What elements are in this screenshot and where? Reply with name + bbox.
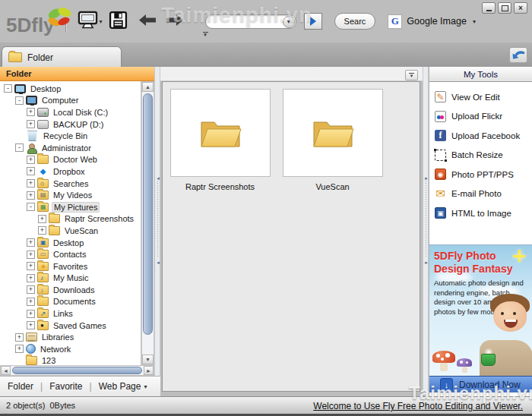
tree-item[interactable]: -Desktop	[0, 83, 141, 95]
tree-expander[interactable]: +	[27, 238, 35, 247]
tree-item-label[interactable]: 123	[40, 356, 57, 365]
tree-item[interactable]: +▤My Videos	[0, 189, 141, 201]
content-area[interactable]: Raptr ScreenshotsVueScan	[162, 81, 420, 392]
tree-item-label[interactable]: Desktop	[29, 84, 62, 93]
tree-item[interactable]: +★Favorites	[0, 260, 141, 273]
tree-item[interactable]: +▭Contacts	[0, 248, 141, 260]
minimize-button[interactable]	[482, 2, 496, 14]
tree-expander[interactable]: +	[27, 285, 35, 294]
tab-folder[interactable]: Folder	[2, 46, 122, 68]
view-mode-button[interactable]: ▾	[78, 11, 103, 33]
tool-item-html-image[interactable]: ▣HTML to Image	[435, 203, 532, 223]
back-button[interactable]	[138, 14, 157, 30]
tool-item-batch-resize[interactable]: Batch Resize	[435, 146, 532, 165]
search-history-dropdown-icon[interactable]: ▼	[283, 16, 295, 28]
tree-item-label[interactable]: Administrator	[40, 143, 93, 153]
tree-item-label[interactable]: Doctor Web	[52, 155, 99, 164]
tree-expander[interactable]: +	[27, 310, 35, 318]
tree-expander[interactable]: +	[27, 251, 35, 259]
scroll-right-button[interactable]: ►	[144, 366, 154, 375]
tree-item[interactable]: 123	[0, 355, 141, 365]
search-button[interactable]: Searc	[334, 13, 376, 30]
tool-item-flickr[interactable]: Upload Flickr	[435, 107, 532, 127]
tree-expander[interactable]: +	[27, 179, 35, 188]
tool-item-view-edit[interactable]: ✎View Or Edit	[435, 87, 532, 107]
tree-expander[interactable]: +	[27, 191, 35, 200]
tree-item[interactable]: +♪My Music	[0, 273, 141, 285]
tree-vertical-scrollbar[interactable]: ▲ ▼	[141, 81, 154, 365]
folder-thumbnail[interactable]: VueScan	[277, 89, 388, 191]
tree-expander[interactable]: +	[27, 262, 35, 270]
tree-expander[interactable]: -	[15, 96, 24, 105]
tree-expander[interactable]: +	[15, 345, 24, 353]
tree-item-label[interactable]: BACKUP (D:)	[52, 120, 105, 129]
tree-expander[interactable]: +	[38, 215, 46, 223]
tree-item-label[interactable]: Network	[39, 345, 72, 354]
tree-item-label[interactable]: Contacts	[52, 250, 87, 259]
tree-expander[interactable]: +	[27, 298, 35, 306]
tree-item[interactable]: +↓Downloads	[0, 284, 141, 296]
tool-item-facebook[interactable]: fUpload Facebook	[435, 126, 532, 146]
tree-item[interactable]: +◆Dropbox	[0, 165, 141, 178]
tree-item[interactable]: Recycle Bin	[0, 130, 141, 142]
tool-item-ppt[interactable]: ◉Photo PPT/PPS	[435, 165, 532, 184]
close-button[interactable]: ×	[514, 2, 527, 14]
tree-expander[interactable]: -	[4, 84, 12, 93]
tree-item[interactable]: +VueScan	[0, 225, 141, 237]
tree-expander[interactable]: +	[27, 321, 35, 329]
tree-item[interactable]: -Administrator	[0, 142, 141, 154]
google-image-label[interactable]: Google Image	[407, 16, 467, 27]
bottom-tab-web-page[interactable]: Web Page▾	[99, 381, 147, 392]
tree-expander[interactable]: -	[15, 143, 24, 152]
tool-item-email[interactable]: ✉E-mail Photo	[435, 184, 532, 204]
tree-expander[interactable]: +	[15, 333, 24, 342]
search-options-icon[interactable]: ▾	[201, 30, 210, 39]
tree-item[interactable]: +●Saved Games	[0, 320, 141, 332]
tree-item-label[interactable]: Local Disk (C:)	[52, 108, 109, 117]
tree-expander[interactable]: +	[27, 120, 35, 128]
right-splitter[interactable]: ▸ ▸	[423, 67, 429, 396]
tree-item[interactable]: +Network	[0, 343, 141, 355]
tree-item-label[interactable]: Raptr Screenshots	[63, 214, 135, 223]
tree-item[interactable]: -▦My Pictures	[0, 201, 141, 213]
tree-item-label[interactable]: VueScan	[63, 226, 100, 235]
tree-expander[interactable]: +	[27, 274, 35, 282]
tree-item-label[interactable]: Saved Games	[52, 321, 108, 330]
tree-item-label[interactable]: Computer	[40, 96, 80, 105]
maximize-button[interactable]	[498, 2, 511, 14]
tree-expander[interactable]: +	[27, 167, 35, 175]
tree-item-label[interactable]: Dropbox	[52, 167, 87, 176]
left-splitter[interactable]: ◂ ◂	[154, 67, 160, 396]
tree-expander[interactable]: -	[27, 203, 35, 211]
save-button[interactable]	[109, 11, 128, 33]
tree-item[interactable]: -Computer	[0, 95, 141, 107]
search-input[interactable]	[212, 16, 285, 27]
tree-item-label[interactable]: Downloads	[52, 285, 96, 295]
scroll-down-button[interactable]: ▼	[142, 355, 154, 364]
search-combobox[interactable]: ▼ ▾	[205, 14, 296, 29]
view-options-dropdown-icon[interactable]: ▼	[405, 70, 418, 80]
tree-expander[interactable]: +	[27, 156, 35, 164]
folder-large-icon[interactable]	[283, 89, 383, 177]
tree-item-label[interactable]: My Videos	[52, 191, 93, 200]
folder-large-icon[interactable]	[170, 89, 271, 177]
tree-item-label[interactable]: Documents	[52, 297, 97, 306]
go-button[interactable]	[304, 13, 322, 30]
bottom-tab-folder[interactable]: Folder	[8, 381, 33, 392]
tree-item[interactable]: +Doctor Web	[0, 154, 141, 166]
tree-item[interactable]: +▣Desktop	[0, 237, 141, 249]
tree-item-label[interactable]: Libraries	[40, 332, 75, 342]
tree-item-label[interactable]: Links	[52, 309, 74, 318]
horizontal-scroll-thumb[interactable]	[12, 367, 142, 374]
tree-item-label[interactable]: Recycle Bin	[42, 131, 89, 140]
google-dropdown-icon[interactable]: ▾	[473, 18, 476, 25]
welcome-link[interactable]: Welcome to Use Fly Free Photo Editing an…	[313, 401, 523, 411]
ad-banner[interactable]: 5DFly Photo Design Fantasy Automatic pho…	[429, 244, 532, 376]
bottom-tab-favorite[interactable]: Favorite	[49, 381, 82, 392]
scroll-left-button[interactable]: ◄	[1, 366, 11, 375]
tree-item[interactable]: +Local Disk (C:)	[0, 106, 141, 118]
tree-horizontal-scrollbar[interactable]: ◄ ►	[0, 365, 154, 376]
tree-item-label[interactable]: Searches	[52, 179, 90, 188]
tree-item-label[interactable]: My Music	[52, 273, 90, 282]
folder-thumbnail[interactable]: Raptr Screenshots	[164, 89, 276, 191]
